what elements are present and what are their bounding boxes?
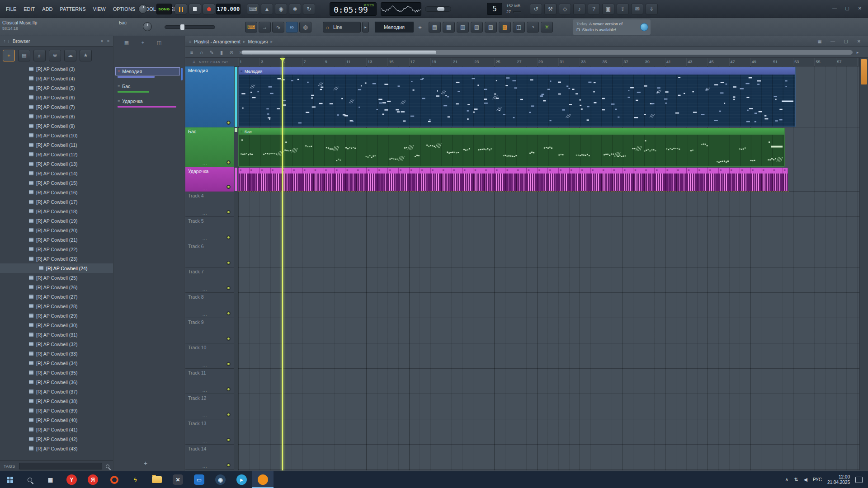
browser-item[interactable]: [R] AP Cowbell (5) — [0, 83, 113, 93]
clip-menu-icon[interactable]: ≡ — [241, 69, 243, 73]
help-icon[interactable]: ? — [588, 4, 600, 14]
track-options-dots[interactable]: ... — [203, 464, 208, 469]
pattern-item[interactable]: ≡Мелодия — [116, 68, 179, 80]
achievements-icon[interactable]: ✳ — [541, 22, 553, 33]
pattern-add-icon[interactable]: + — [138, 38, 147, 47]
typing-keyboard-icon[interactable]: ⌨ — [247, 4, 259, 14]
track-mute-led[interactable] — [226, 121, 231, 125]
track-name[interactable]: Track 14 — [188, 446, 206, 451]
browser-item[interactable]: [R] AP Cowbell (27) — [0, 292, 113, 301]
browser-item[interactable]: [R] AP Cowbell (3) — [0, 64, 113, 74]
track-options-dots[interactable]: ... — [203, 363, 208, 367]
track-options-dots[interactable]: ... — [203, 161, 208, 166]
menu-add[interactable]: ADD — [39, 5, 56, 14]
menu-view[interactable]: VIEW — [90, 5, 109, 14]
track-options-dots[interactable]: ... — [203, 122, 208, 126]
telegram-icon[interactable]: ▸ — [231, 471, 252, 488]
browser-item[interactable]: [R] AP Cowbell (16) — [0, 188, 113, 197]
fl-studio-icon[interactable] — [252, 471, 274, 488]
browser-item[interactable]: [R] AP Cowbell (29) — [0, 311, 113, 320]
track-mute-led[interactable] — [226, 337, 231, 341]
browser-item[interactable]: [R] AP Cowbell (8) — [0, 112, 113, 121]
browser-item[interactable]: [R] AP Cowbell (35) — [0, 368, 113, 377]
browser-item[interactable]: [R] AP Cowbell (30) — [0, 320, 113, 330]
track-name[interactable]: Ударочка — [188, 169, 208, 174]
multilink-icon[interactable]: ∞ — [286, 22, 298, 33]
browser-item[interactable]: [R] AP Cowbell (25) — [0, 273, 113, 282]
browser-item[interactable]: [R] AP Cowbell (28) — [0, 301, 113, 311]
track-options-dots[interactable]: ... — [203, 287, 208, 291]
track-name[interactable]: Track 10 — [188, 345, 206, 350]
play-button[interactable] — [175, 4, 187, 14]
yandex-icon[interactable]: Я — [82, 471, 104, 488]
search-icon[interactable] — [106, 465, 109, 468]
menu-options[interactable]: OPTIONS — [110, 5, 139, 14]
mic-icon[interactable]: ♪ — [573, 4, 585, 14]
track-name[interactable]: Track 5 — [188, 218, 204, 224]
metronome-monitor-icon[interactable]: ◍ — [299, 22, 311, 33]
add-pattern-button[interactable]: + — [416, 23, 424, 32]
track-header[interactable]: Track 7... — [185, 267, 234, 293]
note-slide-icon[interactable]: ∿ — [272, 22, 284, 33]
track-options-dots[interactable]: ... — [203, 186, 208, 190]
typing-to-piano-icon[interactable]: ⌨ — [245, 22, 257, 33]
shuffle-knob[interactable] — [138, 5, 147, 14]
update-notification[interactable]: TodayA newer version of FL Studio is ava… — [573, 19, 651, 35]
taskbar-search-button[interactable] — [20, 471, 40, 488]
pattern-scrollbar-thumb[interactable] — [181, 68, 183, 80]
browser-item[interactable]: [R] AP Cowbell (31) — [0, 330, 113, 339]
pencil-tool-icon[interactable]: ✎ — [207, 48, 216, 57]
window-minimize-icon[interactable]: — — [829, 4, 840, 13]
playlist-grid[interactable]: ≡ Мелодия ≡ Бас ≡≡≡≡≡≡≡≡≡≡≡≡≡≡≡≡≡≡≡≡≡≡≡≡… — [238, 66, 859, 470]
browser-item[interactable]: [R] AP Cowbell (19) — [0, 216, 113, 225]
track-mute-led[interactable] — [226, 438, 231, 442]
track-mute-led[interactable] — [226, 362, 231, 366]
track-header[interactable]: Мелодия... — [185, 66, 234, 127]
stop-button[interactable] — [189, 4, 201, 14]
clip-bass-header[interactable]: ≡ Бас — [239, 128, 784, 135]
browser-item[interactable]: [R] AP Cowbell (14) — [0, 169, 113, 178]
browser-item[interactable]: [R] AP Cowbell (42) — [0, 434, 113, 444]
browser-item[interactable]: [R] AP Cowbell (24) — [0, 263, 113, 273]
track-mute-led[interactable] — [226, 160, 231, 164]
one-click-record-icon[interactable]: ◇ — [559, 4, 571, 14]
track-mute-led[interactable] — [226, 387, 231, 391]
browser-item[interactable]: [R] AP Cowbell (22) — [0, 244, 113, 254]
track-header[interactable]: Track 4... — [185, 192, 234, 217]
step-edit-icon[interactable]: → — [259, 22, 271, 33]
tempo-display[interactable]: 170.000 — [216, 4, 241, 14]
menu-edit[interactable]: EDIT — [20, 5, 38, 14]
clip-melody-header[interactable]: ≡ Мелодия — [239, 67, 795, 75]
track-mute-led[interactable] — [226, 210, 231, 214]
browser-item[interactable]: [R] AP Cowbell (43) — [0, 444, 113, 453]
drum-clip-headers[interactable]: ≡≡≡≡≡≡≡≡≡≡≡≡≡≡≡≡≡≡≡≡≡≡≡≡≡≡≡≡≡≡≡≡≡≡≡≡≡≡≡≡… — [239, 168, 788, 174]
master-volume-thumb[interactable] — [437, 7, 444, 11]
track-header[interactable]: Track 5... — [185, 217, 234, 242]
track-options-dots[interactable]: ... — [203, 413, 208, 418]
track-options-dots[interactable]: ... — [203, 338, 208, 342]
track-options-dots[interactable]: ... — [203, 312, 208, 317]
save-icon[interactable]: ▣ — [602, 4, 614, 14]
track-mute-led[interactable] — [226, 185, 231, 189]
tags-input[interactable] — [19, 463, 102, 469]
browser-item[interactable]: [R] AP Cowbell (37) — [0, 387, 113, 396]
main-pitch-slider[interactable] — [165, 25, 215, 29]
pl-menu-icon[interactable]: ≡ — [187, 48, 196, 57]
track-options-dots[interactable]: ... — [203, 211, 208, 216]
time-display[interactable]: M:S:CS 0:05:99 — [330, 2, 377, 16]
taskbar-clock[interactable]: 12:00 21.04.2025 — [827, 474, 850, 485]
track-header[interactable]: Track 11... — [185, 369, 234, 394]
track-header[interactable]: Ударочка... — [185, 167, 234, 192]
volume-icon[interactable]: ◀ — [803, 477, 807, 483]
web-tab-icon[interactable]: ⊕ — [49, 50, 61, 61]
track-mute-led[interactable] — [226, 235, 231, 239]
track-name[interactable]: Track 11 — [188, 370, 206, 375]
browser-item[interactable]: [R] AP Cowbell (17) — [0, 197, 113, 206]
cloud-tab-icon[interactable]: ☁ — [64, 50, 76, 61]
browser-item[interactable]: [R] AP Cowbell (11) — [0, 140, 113, 150]
favorites-tab-icon[interactable]: ★ — [80, 50, 92, 61]
master-volume-slider[interactable] — [425, 6, 451, 12]
paint-tool-icon[interactable]: ▮ — [217, 48, 226, 57]
network-icon[interactable]: ⇅ — [794, 477, 798, 483]
browser-item[interactable]: [R] AP Cowbell (7) — [0, 102, 113, 112]
